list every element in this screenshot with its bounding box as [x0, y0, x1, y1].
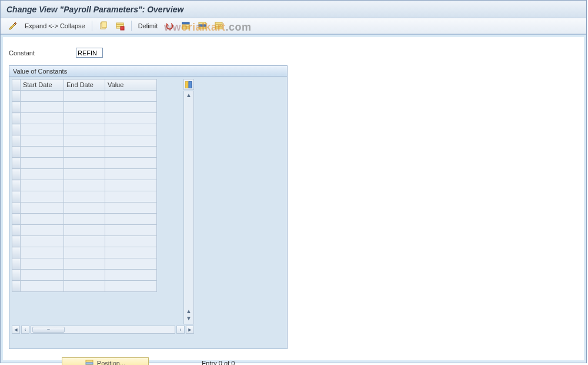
- cell-end-date[interactable]: [64, 191, 105, 203]
- cell-end-date[interactable]: [64, 158, 105, 169]
- cell-end-date[interactable]: [64, 102, 105, 113]
- row-selector[interactable]: [12, 281, 21, 292]
- cell-start-date[interactable]: [21, 281, 64, 292]
- row-selector[interactable]: [12, 258, 21, 270]
- row-selector-header[interactable]: [12, 79, 21, 91]
- cell-value[interactable]: [105, 91, 157, 102]
- col-start-date[interactable]: Start Date: [21, 79, 64, 91]
- row-selector[interactable]: [12, 225, 21, 236]
- row-selector[interactable]: [12, 158, 21, 169]
- hscroll-thumb[interactable]: ∙∙∙: [32, 327, 65, 333]
- constant-input[interactable]: [76, 48, 103, 58]
- cell-start-date[interactable]: [21, 258, 64, 270]
- cell-value[interactable]: [105, 124, 157, 135]
- cell-start-date[interactable]: [21, 169, 64, 180]
- cell-value[interactable]: [105, 135, 157, 147]
- cell-end-date[interactable]: [64, 247, 105, 258]
- cell-value[interactable]: [105, 147, 157, 158]
- cell-end-date[interactable]: [64, 214, 105, 225]
- select-block-button[interactable]: [196, 20, 209, 32]
- scroll-first-button[interactable]: ◄: [12, 326, 20, 334]
- cell-start-date[interactable]: [21, 124, 64, 135]
- col-value[interactable]: Value: [105, 79, 157, 91]
- cell-value[interactable]: [105, 270, 157, 281]
- cell-end-date[interactable]: [64, 169, 105, 180]
- cell-value[interactable]: [105, 191, 157, 203]
- cell-start-date[interactable]: [21, 203, 64, 214]
- scroll-last-button[interactable]: ►: [186, 326, 194, 334]
- cell-start-date[interactable]: [21, 113, 64, 124]
- row-selector[interactable]: [12, 180, 21, 191]
- row-selector[interactable]: [12, 102, 21, 113]
- row-selector[interactable]: [12, 191, 21, 203]
- cell-value[interactable]: [105, 158, 157, 169]
- panel-title: Value of Constants: [13, 68, 67, 75]
- cell-start-date[interactable]: [21, 247, 64, 258]
- cell-start-date[interactable]: [21, 214, 64, 225]
- cell-end-date[interactable]: [64, 113, 105, 124]
- cell-value[interactable]: [105, 258, 157, 270]
- cell-start-date[interactable]: [21, 158, 64, 169]
- row-selector[interactable]: [12, 91, 21, 102]
- toggle-change-button[interactable]: [6, 20, 19, 32]
- row-selector[interactable]: [12, 203, 21, 214]
- cell-end-date[interactable]: [64, 203, 105, 214]
- cell-value[interactable]: [105, 169, 157, 180]
- cell-start-date[interactable]: [21, 191, 64, 203]
- cell-end-date[interactable]: [64, 147, 105, 158]
- cell-end-date[interactable]: [64, 135, 105, 147]
- cell-end-date[interactable]: [64, 225, 105, 236]
- vertical-scrollbar[interactable]: ▲ ▼ ▲ ▼: [183, 91, 194, 324]
- row-selector[interactable]: [12, 135, 21, 147]
- cell-value[interactable]: [105, 102, 157, 113]
- row-selector[interactable]: [12, 214, 21, 225]
- scroll-down-button[interactable]: ▼: [185, 316, 192, 323]
- row-selector[interactable]: [12, 247, 21, 258]
- deselect-all-button[interactable]: [212, 20, 225, 32]
- cell-start-date[interactable]: [21, 225, 64, 236]
- cell-value[interactable]: [105, 247, 157, 258]
- scroll-up-button[interactable]: ▲: [185, 92, 192, 99]
- row-selector[interactable]: [12, 124, 21, 135]
- position-button[interactable]: Position...: [62, 357, 149, 365]
- cell-end-date[interactable]: [64, 281, 105, 292]
- cell-value[interactable]: [105, 225, 157, 236]
- hscroll-track[interactable]: ∙∙∙: [31, 326, 175, 334]
- row-selector[interactable]: [12, 113, 21, 124]
- svg-rect-9: [199, 22, 206, 24]
- cell-value[interactable]: [105, 214, 157, 225]
- cell-end-date[interactable]: [64, 124, 105, 135]
- cell-end-date[interactable]: [64, 91, 105, 102]
- copy-button[interactable]: [97, 20, 110, 32]
- row-selector[interactable]: [12, 236, 21, 247]
- row-selector[interactable]: [12, 147, 21, 158]
- cell-value[interactable]: [105, 113, 157, 124]
- cell-start-date[interactable]: [21, 102, 64, 113]
- cell-start-date[interactable]: [21, 270, 64, 281]
- cell-end-date[interactable]: [64, 180, 105, 191]
- cell-end-date[interactable]: [64, 236, 105, 247]
- scroll-right-button[interactable]: ›: [176, 326, 185, 334]
- cell-start-date[interactable]: [21, 147, 64, 158]
- horizontal-scrollbar[interactable]: ◄ ‹ ∙∙∙ › ►: [12, 325, 194, 334]
- cell-value[interactable]: [105, 180, 157, 191]
- cell-start-date[interactable]: [21, 135, 64, 147]
- col-end-date[interactable]: End Date: [64, 79, 105, 91]
- scroll-left-button[interactable]: ‹: [21, 326, 29, 334]
- undo-button[interactable]: [163, 20, 176, 32]
- cell-value[interactable]: [105, 203, 157, 214]
- cell-value[interactable]: [105, 281, 157, 292]
- cell-start-date[interactable]: [21, 236, 64, 247]
- cell-value[interactable]: [105, 236, 157, 247]
- cell-end-date[interactable]: [64, 270, 105, 281]
- row-selector[interactable]: [12, 169, 21, 180]
- select-all-button[interactable]: [179, 20, 192, 32]
- row-selector[interactable]: [12, 270, 21, 281]
- delimit-button[interactable]: Delimit: [136, 20, 160, 32]
- cell-start-date[interactable]: [21, 180, 64, 191]
- cell-end-date[interactable]: [64, 258, 105, 270]
- configure-columns-button[interactable]: [183, 79, 194, 90]
- cell-start-date[interactable]: [21, 91, 64, 102]
- expand-collapse-button[interactable]: Expand <-> Collapse: [23, 20, 87, 32]
- delete-row-button[interactable]: [113, 20, 126, 32]
